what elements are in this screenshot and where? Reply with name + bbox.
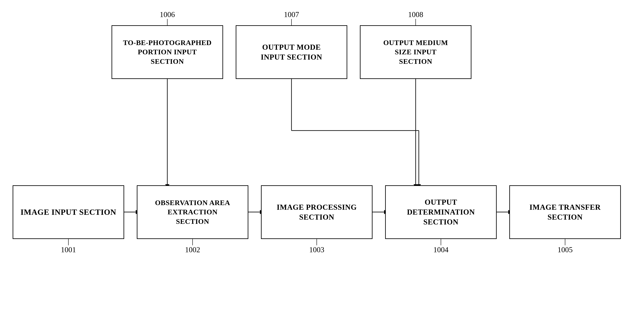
box-label-1007: OUTPUT MODEINPUT SECTION: [261, 42, 322, 62]
label-1006: 1006: [155, 10, 180, 19]
box-image-transfer-section: IMAGE TRANSFERSECTION: [509, 185, 621, 239]
box-output-mode-input-section: OUTPUT MODEINPUT SECTION: [236, 25, 347, 79]
label-1007: 1007: [279, 10, 304, 19]
box-label-1005: IMAGE TRANSFERSECTION: [530, 202, 601, 222]
label-1003: 1003: [304, 245, 329, 254]
box-label-1004: OUTPUTDETERMINATIONSECTION: [407, 197, 475, 227]
box-label-1003: IMAGE PROCESSINGSECTION: [277, 202, 357, 222]
label-1004: 1004: [428, 245, 454, 254]
label-1005: 1005: [552, 245, 578, 254]
box-label-1001: IMAGE INPUT SECTION: [20, 207, 116, 217]
box-label-1008: OUTPUT MEDIUMSIZE INPUTSECTION: [383, 38, 448, 66]
box-observation-area-extraction-section: OBSERVATION AREAEXTRACTIONSECTION: [137, 185, 248, 239]
box-label-1006: TO-BE-PHOTOGRAPHEDPORTION INPUTSECTION: [123, 38, 212, 66]
box-output-determination-section: OUTPUTDETERMINATIONSECTION: [385, 185, 497, 239]
label-1001: 1001: [56, 245, 81, 254]
box-image-input-section: IMAGE INPUT SECTION: [13, 185, 124, 239]
box-image-processing-section: IMAGE PROCESSINGSECTION: [261, 185, 372, 239]
diagram-container: IMAGE INPUT SECTION OBSERVATION AREAEXTR…: [0, 0, 644, 311]
box-to-be-photographed-portion-input-section: TO-BE-PHOTOGRAPHEDPORTION INPUTSECTION: [112, 25, 223, 79]
box-output-medium-size-input-section: OUTPUT MEDIUMSIZE INPUTSECTION: [360, 25, 472, 79]
label-1002: 1002: [180, 245, 205, 254]
label-1008: 1008: [403, 10, 428, 19]
box-label-1002: OBSERVATION AREAEXTRACTIONSECTION: [155, 198, 230, 226]
